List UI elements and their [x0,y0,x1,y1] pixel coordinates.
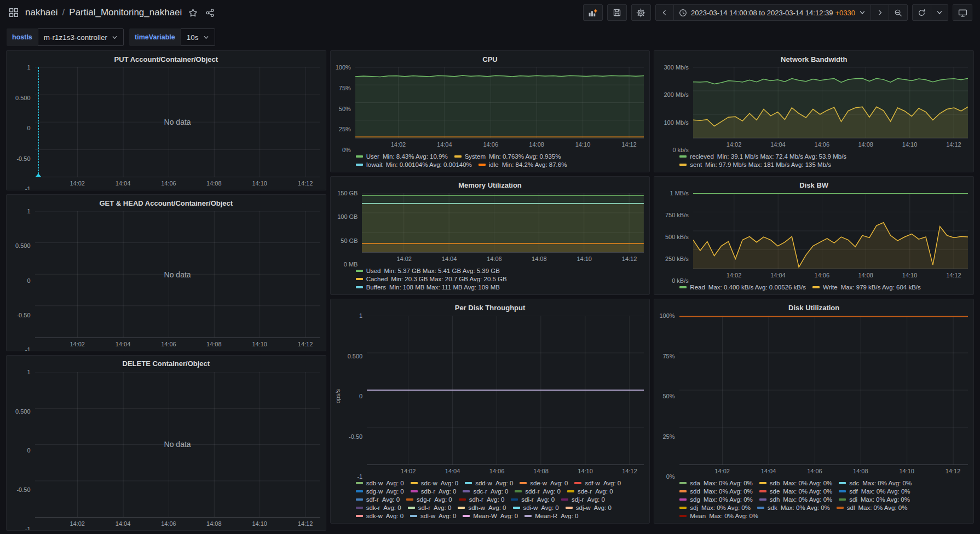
legend-item-Write[interactable]: WriteMax: 979 kB/s Avg: 604 kB/s [812,284,921,291]
plot-area[interactable] [355,67,644,138]
legend-item-User[interactable]: UserMin: 8.43% Avg: 10.9% [356,153,448,160]
x-tick-label: 14:06 [815,272,830,278]
add-panel-button[interactable] [583,4,603,21]
panel-title[interactable]: DELETE Container/Object [7,356,326,372]
plot-area[interactable] [362,193,644,253]
zoom-out-button[interactable] [889,5,907,20]
legend-item-Buffers[interactable]: BuffersMin: 108 MB Max: 111 MB Avg: 109 … [356,284,500,291]
legend-item-sdh-r[interactable]: sdh-rAvg: 0 [459,496,505,503]
x-tick-label: 14:12 [298,180,313,187]
legend-series-name: sde-w [530,480,547,486]
legend-item-sdb[interactable]: sdbMax: 0% Avg: 0% [759,480,832,486]
legend-item-Read[interactable]: ReadMax: 0.400 kB/s Avg: 0.00526 kB/s [679,284,806,291]
legend-item-sdc[interactable]: sdcMax: 0% Avg: 0% [839,480,912,486]
legend-item-sda[interactable]: sdaMax: 0% Avg: 0% [679,480,752,486]
legend-color-icon [679,515,687,517]
legend-item-sdd-r[interactable]: sdd-rAvg: 0 [515,488,561,495]
y-tick-label: 0 MB [344,261,358,268]
legend-item-sdf-r[interactable]: sdf-rAvg: 0 [356,496,400,503]
legend-color-icon [679,286,687,288]
x-tick-label: 14:08 [858,272,873,278]
legend-item-sdj-w[interactable]: sdj-wAvg: 0 [566,504,612,511]
save-dashboard-button[interactable] [607,4,627,21]
legend-item-sdi-w[interactable]: sdi-wAvg: 0 [513,504,559,511]
legend-item-sdl-r[interactable]: sdl-rAvg: 0 [408,504,452,511]
panel-title[interactable]: CPU [331,51,650,67]
legend-item-sde[interactable]: sdeMax: 0% Avg: 0% [759,488,832,495]
legend-item-sdb-w[interactable]: sdb-wAvg: 0 [356,480,404,486]
legend-item-sde-r[interactable]: sde-rAvg: 0 [567,488,613,495]
plot-area[interactable]: No data [35,211,320,338]
y-tick-label: -0.50 [16,312,30,318]
legend-item-sdd[interactable]: sddMax: 0% Avg: 0% [679,488,752,495]
legend-item-sdl[interactable]: sdlMax: 0% Avg: 0% [837,504,908,511]
plot-area[interactable] [679,316,968,465]
variable-hostIs-value-dropdown[interactable]: m-r1z1s3-controller [38,28,124,46]
dashboard-settings-button[interactable] [631,4,651,21]
legend-item-sdk-w[interactable]: sdk-wAvg: 0 [356,513,403,519]
legend-item-sdd-w[interactable]: sdd-wAvg: 0 [465,480,513,486]
chevron-down-icon [203,34,209,40]
legend-item-sdb-r[interactable]: sdb-rAvg: 0 [411,488,457,495]
panel-title[interactable]: Disk BW [654,177,973,193]
legend-item-sent[interactable]: sentMin: 97.9 Mb/s Max: 181 Mb/s Avg: 13… [679,161,831,168]
time-range-picker[interactable]: 2023-03-14 14:00:08 to 2023-03-14 14:12:… [673,5,871,20]
refresh-interval-dropdown[interactable] [931,5,948,20]
legend-item-sdl-w[interactable]: sdl-wAvg: 0 [410,513,456,519]
legend-item-Iowait[interactable]: IowaitMin: 0.00104% Avg: 0.00140% [356,161,472,168]
legend-item-sde-w[interactable]: sde-wAvg: 0 [520,480,568,486]
legend-item-sdk-r[interactable]: sdk-rAvg: 0 [356,504,401,511]
legend-item-idle[interactable]: idleMin: 84.2% Avg: 87.6% [479,161,567,168]
legend-item-System[interactable]: SystemMin: 0.763% Avg: 0.935% [454,153,561,160]
legend-item-sdg-w[interactable]: sdg-wAvg: 0 [356,488,404,495]
legend-series-stats: Avg: 0 [386,513,403,519]
dashboard-grid: PUT Account/Container/Object10.5000-0.50… [0,49,980,531]
legend-item-sdj[interactable]: sdjMax: 0% Avg: 0% [679,504,751,511]
breadcrumb-space[interactable]: nakhaei [25,7,58,18]
legend-item-recieved[interactable]: recievedMin: 39.1 Mb/s Max: 72.4 Mb/s Av… [679,153,846,160]
legend-color-icon [463,515,470,517]
legend-item-sdf[interactable]: sdfMax: 0% Avg: 0% [839,488,910,495]
time-shift-forward-button[interactable] [871,5,889,20]
share-icon[interactable] [204,7,216,19]
x-tick-label: 14:06 [487,256,502,262]
panel-title[interactable]: Disk Utilization [654,299,973,316]
legend-item-sdc-w[interactable]: sdc-wAvg: 0 [411,480,458,486]
time-shift-back-button[interactable] [656,5,673,20]
plot-area[interactable]: No data [35,67,320,177]
legend-item-sdg[interactable]: sdgMax: 0% Avg: 0% [679,496,752,503]
plot-area[interactable] [693,193,968,269]
legend-series-stats: Max: 0% Avg: 0% [781,504,830,511]
legend-item-Mean-W[interactable]: Mean-WAvg: 0 [463,513,518,519]
kiosk-mode-button[interactable] [953,4,972,21]
panel-title[interactable]: Per Disk Throughput [331,299,650,316]
panel-title[interactable]: GET & HEAD Account/Container/Object [7,195,326,211]
legend-item-sdf-w[interactable]: sdf-wAvg: 0 [574,480,621,486]
plot-area[interactable] [693,67,968,138]
y-tick-label: 1 [27,64,30,71]
legend-item-Mean[interactable]: MeanMax: 0% Avg: 0% [679,513,758,519]
legend-item-sdc-r[interactable]: sdc-rAvg: 0 [463,488,508,495]
star-icon[interactable] [187,7,199,19]
variable-timeVariable-value-dropdown[interactable]: 10s [181,28,215,46]
legend-item-Used[interactable]: UsedMin: 5.37 GB Max: 5.41 GB Avg: 5.39 … [356,268,500,274]
legend-item-Cached[interactable]: CachedMin: 20.3 GB Max: 20.7 GB Avg: 20.… [356,276,507,282]
legend-item-Mean-R[interactable]: Mean-RAvg: 0 [524,513,578,519]
legend-item-sdh[interactable]: sdhMax: 0% Avg: 0% [759,496,832,503]
refresh-button[interactable] [913,5,931,20]
panel-title[interactable]: PUT Account/Container/Object [7,51,326,67]
apps-grid-icon[interactable] [8,7,20,19]
panel-title[interactable]: Network Bandwidth [654,51,973,67]
panel-title[interactable]: Memory Utilization [331,177,650,193]
legend-item-sdi-r[interactable]: sdi-rAvg: 0 [511,496,555,503]
breadcrumb-dashboard[interactable]: Partial_Monitoring_nakhaei [69,7,182,18]
legend-item-sdi[interactable]: sdiMax: 0% Avg: 0% [839,496,910,503]
series-area-Write [693,223,968,269]
legend-item-sdj-r[interactable]: sdj-rAvg: 0 [561,496,605,503]
legend-series-name: sent [690,161,702,168]
plot-area[interactable] [367,316,644,465]
plot-area[interactable]: No data [35,372,320,518]
legend-item-sdk[interactable]: sdkMax: 0% Avg: 0% [757,504,830,511]
legend-item-sdg-r[interactable]: sdg-rAvg: 0 [406,496,452,503]
legend-item-sdh-w[interactable]: sdh-wAvg: 0 [458,504,506,511]
